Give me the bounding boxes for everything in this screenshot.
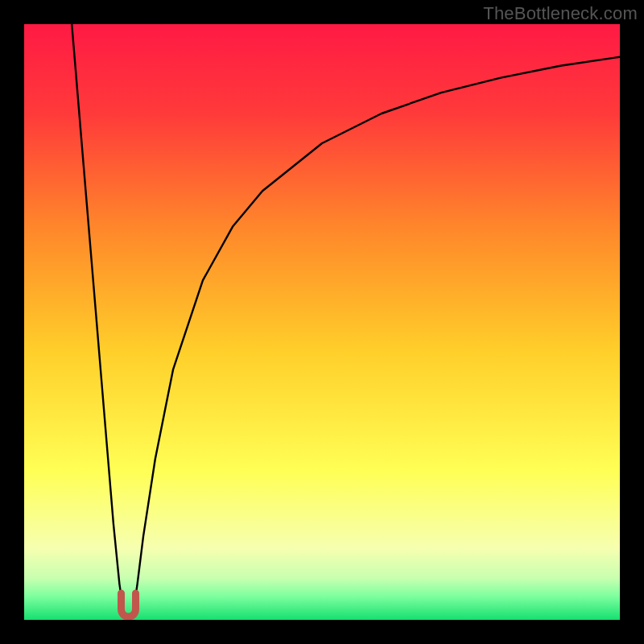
chart-svg bbox=[24, 24, 620, 620]
plot-area bbox=[24, 24, 620, 620]
watermark-text: TheBottleneck.com bbox=[483, 3, 638, 24]
chart-frame: TheBottleneck.com bbox=[0, 0, 644, 644]
